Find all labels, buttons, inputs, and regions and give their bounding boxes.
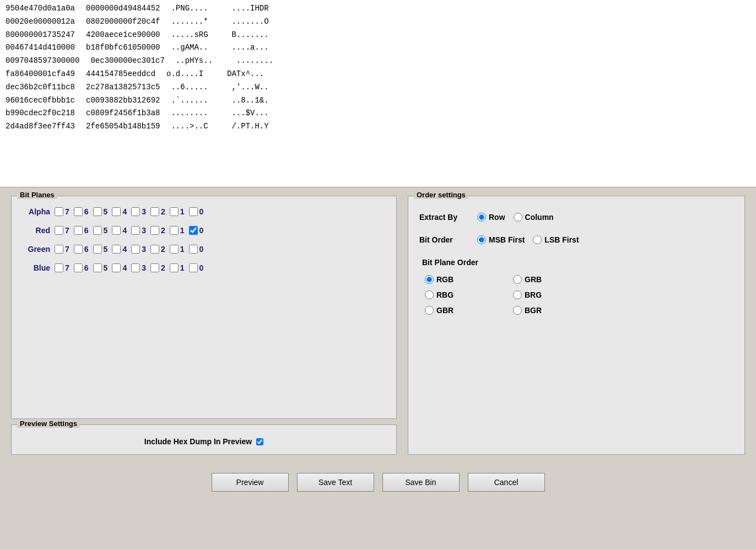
checkbox-red-1[interactable] — [170, 226, 179, 235]
bit-label-red-0: 0 — [199, 226, 204, 235]
save-bin-button[interactable]: Save Bin — [382, 473, 460, 492]
checkbox-alpha-6[interactable] — [74, 207, 83, 216]
hex-line: 00467414d410000b18f0bfc61050000..gAMA...… — [6, 41, 750, 55]
checkbox-green-5[interactable] — [93, 245, 102, 254]
bit-item-alpha-3: 3 — [131, 207, 146, 216]
bit-item-green-3: 3 — [131, 245, 146, 254]
save-text-button[interactable]: Save Text — [297, 473, 374, 492]
hex-col3: ..gAMA.. — [171, 41, 220, 55]
hex-col3: .`...... — [171, 94, 220, 107]
hex-col2: 4200aece1ce90000 — [86, 29, 160, 42]
checkbox-green-1[interactable] — [170, 245, 179, 254]
bit-plane-grb-radio[interactable] — [513, 275, 522, 284]
bit-label-alpha-7: 7 — [65, 207, 69, 216]
bit-item-blue-4: 4 — [112, 263, 127, 272]
checkbox-alpha-4[interactable] — [112, 207, 121, 216]
bit-plane-brg-label: BRG — [525, 290, 542, 299]
checkbox-green-3[interactable] — [131, 245, 140, 254]
hex-col1: dec36b2c0f11bc8 — [6, 81, 75, 94]
bit-plane-brg-radio[interactable] — [513, 290, 522, 299]
hex-line: 9504e470d0a1a0a0000000d49484452.PNG.....… — [6, 2, 750, 15]
checkbox-alpha-3[interactable] — [131, 207, 140, 216]
bit-plane-order-grid: RGBGRBRBGBRGGBRBGR — [425, 275, 733, 315]
hex-col3: .PNG.... — [171, 2, 220, 15]
bit-item-blue-3: 3 — [131, 263, 146, 272]
hex-col2: 2fe65054b148b159 — [86, 120, 160, 133]
extract-column-radio[interactable] — [514, 213, 522, 222]
bit-label-blue-6: 6 — [84, 263, 89, 272]
bit-label-green-4: 4 — [122, 245, 127, 254]
hex-col2: c0093882bb312692 — [86, 94, 160, 107]
bit-item-alpha-6: 6 — [74, 207, 89, 216]
bit-item-green-5: 5 — [93, 245, 108, 254]
bit-label-green-1: 1 — [180, 245, 185, 254]
checkbox-blue-7[interactable] — [55, 263, 63, 272]
checkbox-blue-4[interactable] — [112, 263, 121, 272]
checkbox-blue-2[interactable] — [150, 263, 159, 272]
bit-item-alpha-4: 4 — [112, 207, 127, 216]
hex-col4: ,'...W.. — [231, 81, 268, 94]
msb-first-radio[interactable] — [477, 235, 486, 244]
bit-plane-bgr-option: BGR — [513, 306, 596, 315]
hex-col4: ....IHDR — [231, 2, 268, 15]
checkbox-green-4[interactable] — [112, 245, 121, 254]
checkbox-green-6[interactable] — [74, 245, 83, 254]
bit-plane-rbg-radio[interactable] — [425, 290, 434, 299]
bit-plane-bgr-radio[interactable] — [513, 306, 522, 315]
order-settings-content: Extract By Row Column Bit Order MSB Firs… — [419, 213, 733, 315]
bit-item-red-5: 5 — [93, 226, 108, 235]
bit-plane-gbr-radio[interactable] — [425, 306, 434, 315]
checkbox-red-4[interactable] — [112, 226, 121, 235]
cancel-button[interactable]: Cancel — [468, 473, 545, 492]
checkbox-red-6[interactable] — [74, 226, 83, 235]
checkbox-blue-6[interactable] — [74, 263, 83, 272]
bit-label-red-3: 3 — [142, 226, 146, 235]
checkbox-alpha-0[interactable] — [189, 207, 198, 216]
checkbox-green-2[interactable] — [150, 245, 159, 254]
checkbox-blue-5[interactable] — [93, 263, 102, 272]
bit-item-blue-5: 5 — [93, 263, 108, 272]
hex-col1: 9504e470d0a1a0a — [6, 2, 75, 15]
hex-col3: .......* — [171, 15, 220, 29]
bit-plane-bgr-label: BGR — [525, 306, 542, 315]
msb-first-label: MSB First — [489, 235, 525, 244]
bottom-bar: Preview Save Text Save Bin Cancel — [0, 463, 756, 502]
checkbox-blue-1[interactable] — [170, 263, 179, 272]
checkbox-alpha-1[interactable] — [170, 207, 179, 216]
hex-col3: .....sRG — [171, 29, 220, 42]
checkbox-red-5[interactable] — [93, 226, 102, 235]
bit-plane-rgb-radio[interactable] — [425, 275, 434, 284]
bit-label-blue-1: 1 — [180, 263, 185, 272]
hex-line: 2d4ad8f3ee7ff432fe65054b148b159....>..C/… — [6, 120, 750, 133]
checkbox-blue-0[interactable] — [189, 263, 198, 272]
checkbox-red-0[interactable] — [189, 226, 198, 235]
extract-row-radio[interactable] — [477, 213, 486, 222]
hex-line: 00970485973000000ec300000ec301c7..pHYs..… — [6, 55, 750, 68]
bit-label-alpha-5: 5 — [104, 207, 108, 216]
bit-label-blue-5: 5 — [104, 263, 108, 272]
bit-item-red-3: 3 — [131, 226, 146, 235]
preview-button[interactable]: Preview — [212, 473, 289, 492]
checkbox-red-2[interactable] — [150, 226, 159, 235]
checkbox-green-7[interactable] — [55, 245, 63, 254]
checkbox-alpha-7[interactable] — [55, 207, 63, 216]
include-hex-checkbox[interactable] — [256, 438, 263, 445]
include-hex-label: Include Hex Dump In Preview — [144, 437, 252, 446]
lsb-first-radio[interactable] — [533, 235, 542, 244]
hex-col3: ..pHYs.. — [176, 55, 225, 68]
bit-label-red-4: 4 — [122, 226, 127, 235]
bit-label-blue-7: 7 — [65, 263, 69, 272]
checkbox-alpha-2[interactable] — [150, 207, 159, 216]
hex-col3: ..6..... — [171, 81, 220, 94]
checkbox-green-0[interactable] — [189, 245, 198, 254]
hex-col4: /.PT.H.Y — [231, 120, 268, 133]
bit-label-red-2: 2 — [161, 226, 165, 235]
bit-label-alpha-0: 0 — [199, 207, 204, 216]
checkbox-blue-3[interactable] — [131, 263, 140, 272]
bit-label-green-6: 6 — [84, 245, 89, 254]
bit-plane-brg-option: BRG — [513, 290, 596, 299]
checkbox-red-7[interactable] — [55, 226, 63, 235]
controls-area: Bit Planes Alpha76543210Red76543210Green… — [0, 187, 756, 463]
checkbox-red-3[interactable] — [131, 226, 140, 235]
checkbox-alpha-5[interactable] — [93, 207, 102, 216]
